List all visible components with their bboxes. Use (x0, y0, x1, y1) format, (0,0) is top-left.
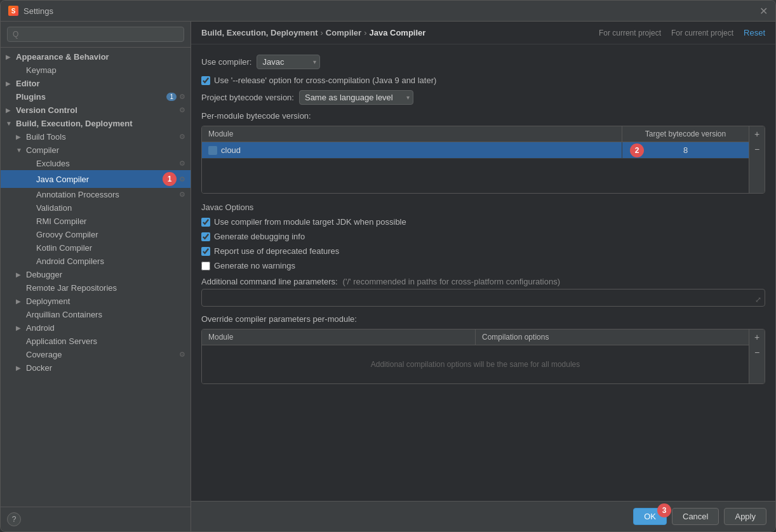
breadcrumb-sep-1: › (320, 28, 323, 37)
sidebar-item-build-tools[interactable]: ▶ Build Tools ⚙ (1, 130, 191, 143)
close-button[interactable]: ✕ (759, 6, 768, 15)
sidebar-item-kotlin[interactable]: Kotlin Compiler (1, 241, 191, 255)
option-checkbox-1[interactable] (201, 232, 210, 241)
sidebar-item-label: Remote Jar Repositories (26, 283, 185, 293)
per-module-title: Per-module bytecode version: (201, 111, 765, 121)
sidebar-item-label: Arquillian Containers (26, 310, 185, 319)
release-option-row: Use '--release' option for cross-compila… (201, 76, 765, 85)
expand-arrow: ▶ (6, 53, 16, 60)
panel-content: Use compiler: Javac ▾ Use '--release' op… (191, 44, 775, 501)
option-row-2: Report use of deprecated features (201, 246, 765, 256)
sidebar-item-plugins[interactable]: Plugins 1 ⚙ (1, 90, 191, 103)
override-table: Module Compilation options Additional co… (201, 329, 765, 384)
sidebar-item-label: Java Compiler (36, 175, 160, 184)
additional-params-label: Additional command line parameters: (201, 277, 338, 286)
table-side-buttons: + − (749, 126, 765, 193)
sidebar-item-coverage[interactable]: Coverage ⚙ (1, 348, 191, 361)
sidebar-item-android[interactable]: ▶ Android (1, 321, 191, 335)
sidebar-item-excludes[interactable]: Excludes ⚙ (1, 157, 191, 170)
override-remove-button[interactable]: − (749, 345, 765, 360)
table-main: Module Target bytecode version cloud 8 (202, 126, 749, 193)
option-label-1[interactable]: Generate debugging info (214, 232, 305, 241)
table-body: cloud 8 2 (202, 142, 749, 193)
target-cell[interactable]: 8 2 (622, 142, 749, 158)
sidebar-item-rmi[interactable]: RMI Compiler (1, 215, 191, 228)
apply-button[interactable]: Apply (724, 508, 766, 525)
bytecode-select-wrapper: Same as language level ▾ (299, 90, 413, 105)
breadcrumb-sep-2: › (364, 28, 366, 37)
sidebar-item-deployment[interactable]: ▶ Deployment (1, 295, 191, 308)
sidebar-item-annotation[interactable]: Annotation Processors ⚙ (1, 188, 191, 201)
override-table-header: Module Compilation options (202, 329, 749, 345)
override-table-body: Additional compilation options will be t… (202, 345, 749, 383)
override-label: Override compiler parameters per-module: (201, 314, 765, 324)
bytecode-version-label: Project bytecode version: (201, 93, 294, 102)
ok-button[interactable]: OK 3 (633, 508, 667, 525)
sidebar-item-keymap[interactable]: Keymap (1, 63, 191, 77)
option-label-2[interactable]: Report use of deprecated features (214, 246, 339, 256)
option-checkbox-2[interactable] (201, 247, 210, 256)
sidebar-item-label: Annotation Processors (36, 190, 177, 199)
sidebar-item-label: Debugger (26, 270, 185, 279)
sidebar-item-appearance[interactable]: ▶ Appearance & Behavior (1, 50, 191, 63)
settings-icon: ⚙ (179, 93, 185, 101)
table-row[interactable]: cloud 8 2 (202, 142, 749, 159)
sidebar-item-arquillian[interactable]: Arquillian Containers (1, 308, 191, 321)
sidebar-item-label: Validation (36, 203, 185, 213)
sidebar-item-version-control[interactable]: ▶ Version Control ⚙ (1, 103, 191, 117)
sidebar-item-compiler[interactable]: ▼ Compiler (1, 143, 191, 157)
sidebar-item-remote-jar[interactable]: Remote Jar Repositories (1, 281, 191, 295)
help-button[interactable]: ? (7, 512, 21, 526)
cancel-button[interactable]: Cancel (672, 508, 719, 525)
sidebar-item-label: Appearance & Behavior (16, 52, 185, 62)
sidebar-item-label: Version Control (16, 105, 177, 115)
release-label[interactable]: Use '--release' option for cross-compila… (214, 76, 436, 85)
expand-arrow: ▶ (16, 298, 26, 305)
target-col-header: Target bytecode version (622, 126, 749, 142)
sidebar-item-label: Compiler (26, 145, 185, 155)
option-checkbox-3[interactable] (201, 262, 210, 270)
sidebar-item-app-servers[interactable]: Application Servers (1, 335, 191, 348)
sidebar-item-android-compilers[interactable]: Android Compilers (1, 255, 191, 268)
option-row-0: Use compiler from module target JDK when… (201, 217, 765, 227)
bytecode-select[interactable]: Same as language level (299, 90, 413, 105)
remove-row-button[interactable]: − (749, 142, 765, 157)
release-checkbox[interactable] (201, 76, 210, 85)
breadcrumb-part-2: Compiler (326, 28, 361, 37)
sidebar-item-groovy[interactable]: Groovy Compiler (1, 228, 191, 241)
sidebar-item-editor[interactable]: ▶ Editor (1, 77, 191, 90)
breadcrumb-bar: Build, Execution, Deployment › Compiler … (191, 22, 775, 44)
sidebar-item-debugger[interactable]: ▶ Debugger (1, 268, 191, 281)
right-panel: Build, Execution, Deployment › Compiler … (191, 22, 775, 531)
add-row-button[interactable]: + (749, 126, 765, 142)
option-checkbox-0[interactable] (201, 218, 210, 227)
sidebar-item-label: Build, Execution, Deployment (16, 119, 185, 128)
settings-icon: ⚙ (179, 175, 185, 183)
settings-icon: ⚙ (179, 106, 185, 114)
sidebar-item-build[interactable]: ▼ Build, Execution, Deployment (1, 117, 191, 130)
settings-icon: ⚙ (179, 133, 185, 141)
sidebar-item-label: Coverage (26, 350, 177, 359)
option-label-3[interactable]: Generate no warnings (214, 261, 295, 270)
step-badge-3: 3 (657, 503, 671, 517)
sidebar-item-java-compiler[interactable]: Java Compiler 1 ⚙ (1, 170, 191, 188)
override-side-buttons: + − (749, 329, 765, 383)
sidebar-item-docker[interactable]: ▶ Docker (1, 361, 191, 375)
additional-params-input[interactable] (201, 289, 765, 307)
option-label-0[interactable]: Use compiler from module target JDK when… (214, 217, 406, 227)
breadcrumb: Build, Execution, Deployment › Compiler … (201, 28, 425, 37)
settings-dialog: S Settings ✕ ▶ Appearance & Behavior Key… (0, 0, 776, 532)
override-add-button[interactable]: + (749, 329, 765, 345)
bytecode-version-row: Project bytecode version: Same as langua… (201, 90, 765, 105)
compiler-select[interactable]: Javac (257, 55, 320, 69)
search-input[interactable] (7, 27, 184, 42)
reset-link[interactable]: Reset (744, 28, 765, 37)
module-col-header: Module (202, 126, 622, 142)
sidebar-item-label: Groovy Compiler (36, 230, 185, 239)
sidebar-item-validation[interactable]: Validation (1, 201, 191, 215)
settings-icon: ⚙ (179, 190, 185, 199)
expand-arrow: ▶ (16, 364, 26, 371)
sidebar: ▶ Appearance & Behavior Keymap ▶ Editor … (1, 22, 191, 531)
expand-arrow: ▼ (6, 120, 16, 127)
breadcrumb-part-3: Java Compiler (370, 28, 426, 37)
